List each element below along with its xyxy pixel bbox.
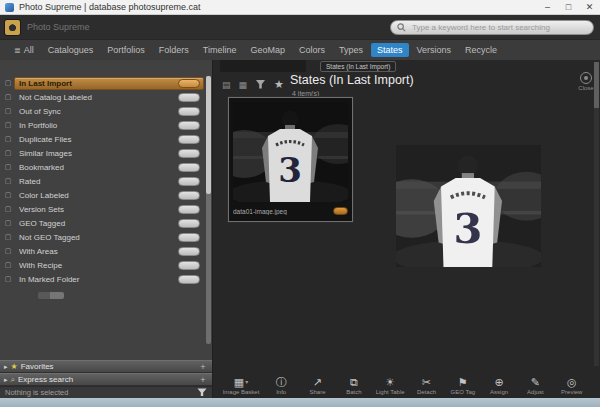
sidebar-item-label: Similar Images: [19, 149, 174, 158]
tab-portfolios[interactable]: Portfolios: [101, 43, 151, 57]
tab-all[interactable]: ≣All: [8, 43, 40, 57]
bottom-toolbar: ▦▾Image BasketⓘInfo↗Share⧉Batch☀Light Ta…: [214, 369, 590, 396]
view-grid-icon[interactable]: ▦: [239, 80, 248, 90]
titlebar: Photo Supreme | database photosupreme.ca…: [0, 0, 600, 15]
sidebar-item-with-areas[interactable]: ▢With Areas: [2, 244, 204, 258]
sidebar-item-body: Not Catalog Labeled: [14, 91, 204, 104]
tab-geomap[interactable]: GeoMap: [245, 43, 292, 57]
state-icon: ▢: [2, 177, 14, 185]
tab-folders[interactable]: Folders: [153, 43, 195, 57]
tab-label: Timeline: [203, 45, 237, 55]
sidebar-scrollbar[interactable]: [206, 76, 211, 344]
sidebar-item-not-catalog-labeled[interactable]: ▢Not Catalog Labeled: [2, 90, 204, 104]
tab-colors[interactable]: Colors: [293, 43, 331, 57]
sidebar-item-duplicate-files[interactable]: ▢Duplicate Files: [2, 132, 204, 146]
sidebar-item-body: Out of Sync: [14, 105, 204, 118]
svg-text:3: 3: [453, 204, 482, 253]
add-button[interactable]: +: [198, 375, 208, 385]
count-badge: [178, 261, 200, 270]
sidebar-item-out-of-sync[interactable]: ▢Out of Sync: [2, 104, 204, 118]
sidebar-item-similar-images[interactable]: ▢Similar Images: [2, 146, 204, 160]
search-icon: [397, 23, 406, 32]
sidebar-item-with-recipe[interactable]: ▢With Recipe: [2, 258, 204, 272]
tab-catalogues[interactable]: Catalogues: [42, 43, 100, 57]
tab-types[interactable]: Types: [333, 43, 369, 57]
sidebar-item-color-labeled[interactable]: ▢Color Labeled: [2, 188, 204, 202]
view-list-icon[interactable]: ▤: [222, 80, 231, 90]
tab-label: Recycle: [465, 45, 497, 55]
sidebar-scrollbar-thumb[interactable]: [206, 76, 211, 194]
minimize-button[interactable]: –: [537, 0, 558, 14]
tab-timeline[interactable]: Timeline: [197, 43, 243, 57]
sidebar-item-label: Version Sets: [19, 205, 174, 214]
panel-label: Express search: [18, 375, 195, 384]
preview-button[interactable]: ◎Preview: [554, 376, 590, 395]
list-footer-indicator: [38, 292, 64, 299]
star-filter-icon[interactable]: ★: [274, 79, 284, 90]
sidebar-item-geo-tagged[interactable]: ▢GEO Tagged: [2, 216, 204, 230]
sidebar-item-in-last-import[interactable]: ▢In Last Import: [2, 76, 204, 90]
search-box[interactable]: [390, 20, 594, 35]
thumbnail-label-badge[interactable]: [333, 207, 348, 215]
maximize-button[interactable]: □: [558, 0, 579, 14]
photo-supreme-window: Photo Supreme | database photosupreme.ca…: [0, 0, 600, 407]
tab-label: Catalogues: [48, 45, 94, 55]
sidebar-item-not-geo-tagged[interactable]: ▢Not GEO Tagged: [2, 230, 204, 244]
tab-versions[interactable]: Versions: [411, 43, 458, 57]
sidebar-item-label: Out of Sync: [19, 107, 174, 116]
light-table-button[interactable]: ☀Light Table: [372, 376, 408, 395]
count-badge: [178, 149, 200, 158]
collection-tab[interactable]: [220, 60, 306, 72]
preview-image[interactable]: 3: [396, 145, 541, 267]
tab-label: Folders: [159, 45, 189, 55]
sidebar-item-in-portfolio[interactable]: ▢In Portfolio: [2, 118, 204, 132]
panel-favorites[interactable]: ▸★Favorites+: [0, 360, 212, 373]
search-input[interactable]: [410, 22, 587, 33]
batch-icon: ⧉: [350, 376, 358, 388]
adjust-icon: ✎: [531, 376, 540, 388]
detach-button[interactable]: ✂Detach: [408, 376, 444, 395]
state-icon: ▢: [2, 121, 14, 129]
count-badge: [178, 191, 200, 200]
sidebar-item-version-sets[interactable]: ▢Version Sets: [2, 202, 204, 216]
sidebar-item-body: In Last Import: [14, 77, 204, 90]
main-area: States (In Last Import) ▤ ▦ ★ States (In…: [214, 60, 600, 398]
sidebar-item-in-marked-folder[interactable]: ▢In Marked Folder: [2, 272, 204, 286]
count-badge: [178, 247, 200, 256]
sidebar-item-body: Not GEO Tagged: [14, 231, 204, 244]
sidebar-item-bookmarked[interactable]: ▢Bookmarked: [2, 160, 204, 174]
close-button[interactable]: ✕: [579, 0, 600, 14]
main-scrollbar[interactable]: [594, 62, 599, 366]
geo-tag-icon: ⚑: [458, 376, 468, 388]
panel-express-search[interactable]: ▸⌕Express search+: [0, 373, 212, 386]
sidebar-item-body: Color Labeled: [14, 189, 204, 202]
image-basket-button[interactable]: ▦▾Image Basket: [219, 376, 263, 395]
sidebar-item-label: Bookmarked: [19, 163, 174, 172]
sidebar-item-label: Duplicate Files: [19, 135, 174, 144]
toolbar-button-label: GEO Tag: [451, 389, 476, 395]
info-icon: ⓘ: [276, 376, 287, 388]
sidebar-item-label: In Last Import: [19, 79, 174, 88]
add-button[interactable]: +: [198, 362, 208, 372]
info-button[interactable]: ⓘInfo: [263, 376, 299, 395]
state-icon: ▢: [2, 275, 14, 283]
tab-label: Types: [339, 45, 363, 55]
sidebar-item-rated[interactable]: ▢Rated: [2, 174, 204, 188]
batch-button[interactable]: ⧉Batch: [336, 376, 372, 395]
filter-funnel-icon[interactable]: [197, 388, 207, 397]
share-button[interactable]: ↗Share: [299, 376, 335, 395]
sidebar-item-label: Not GEO Tagged: [19, 233, 174, 242]
filter-funnel-icon[interactable]: [255, 79, 266, 90]
geo-tag-button[interactable]: ⚑GEO Tag: [445, 376, 481, 395]
thumbnail-card[interactable]: 3 data01-image.jpeg: [228, 97, 353, 222]
app-name: Photo Supreme: [27, 22, 90, 32]
tab-label: Portfolios: [107, 45, 145, 55]
main-scrollbar-thumb[interactable]: [594, 62, 599, 108]
adjust-button[interactable]: ✎Adjust: [517, 376, 553, 395]
tab-states[interactable]: States: [371, 43, 409, 57]
app-header: Photo Supreme: [0, 15, 600, 39]
thumbnail-image[interactable]: 3: [233, 102, 348, 202]
tab-recycle[interactable]: Recycle: [459, 43, 503, 57]
state-icon: ▢: [2, 191, 14, 199]
assign-button[interactable]: ⊕Assign: [481, 376, 517, 395]
